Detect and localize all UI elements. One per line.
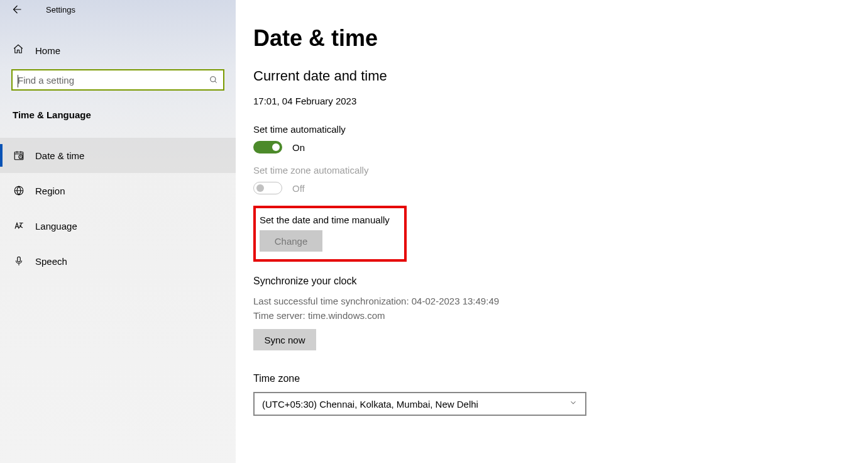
- sidebar-item-label: Region: [35, 186, 65, 196]
- home-nav-item[interactable]: Home: [0, 19, 236, 63]
- home-icon: [13, 43, 24, 57]
- section-current-datetime: Current date and time: [253, 68, 868, 84]
- sidebar-header: Settings: [0, 0, 236, 19]
- home-label: Home: [35, 45, 60, 56]
- sync-last-line: Last successful time synchronization: 04…: [253, 294, 868, 309]
- auto-timezone-toggle: [253, 182, 282, 194]
- auto-time-label: Set time automatically: [253, 124, 868, 135]
- svg-point-0: [211, 77, 216, 82]
- search-icon: [204, 75, 223, 84]
- window-title: Settings: [46, 5, 75, 14]
- manual-set-highlight: Set the date and time manually Change: [253, 206, 407, 262]
- main-content: Date & time Current date and time 17:01,…: [236, 0, 868, 463]
- back-arrow-icon[interactable]: [9, 2, 24, 17]
- current-datetime-value: 17:01, 04 February 2023: [253, 96, 868, 106]
- sidebar-item-label: Language: [35, 221, 77, 232]
- sync-title: Synchronize your clock: [253, 276, 868, 287]
- search-container: [0, 63, 236, 91]
- sidebar: Settings Home Time & Language: [0, 0, 236, 463]
- search-box[interactable]: [11, 69, 224, 91]
- globe-icon: [13, 184, 25, 197]
- sidebar-item-label: Date & time: [35, 150, 84, 161]
- auto-time-toggle[interactable]: [253, 141, 282, 153]
- timezone-title: Time zone: [253, 373, 868, 384]
- auto-time-block: Set time automatically On: [253, 124, 868, 153]
- manual-set-label: Set the date and time manually: [260, 215, 400, 225]
- page-title: Date & time: [253, 25, 868, 52]
- timezone-select[interactable]: (UTC+05:30) Chennai, Kolkata, Mumbai, Ne…: [253, 392, 586, 416]
- calendar-clock-icon: [13, 149, 25, 162]
- sidebar-nav: Date & time Region Language Speech: [0, 138, 236, 279]
- sync-info: Last successful time synchronization: 04…: [253, 294, 868, 323]
- sidebar-item-date-time[interactable]: Date & time: [0, 138, 236, 173]
- auto-timezone-state: Off: [292, 183, 305, 194]
- chevron-down-icon: [569, 398, 578, 410]
- sync-now-button[interactable]: Sync now: [253, 329, 316, 350]
- change-button[interactable]: Change: [260, 230, 322, 252]
- auto-time-state: On: [292, 142, 305, 153]
- auto-timezone-block: Set time zone automatically Off: [253, 165, 868, 194]
- sidebar-item-speech[interactable]: Speech: [0, 243, 236, 279]
- sidebar-item-region[interactable]: Region: [0, 173, 236, 208]
- sync-server-line: Time server: time.windows.com: [253, 309, 868, 323]
- search-input[interactable]: [13, 75, 204, 86]
- language-icon: [13, 220, 25, 232]
- category-label: Time & Language: [0, 91, 236, 120]
- sidebar-item-language[interactable]: Language: [0, 208, 236, 243]
- svg-rect-4: [18, 257, 21, 262]
- timezone-value: (UTC+05:30) Chennai, Kolkata, Mumbai, Ne…: [262, 399, 478, 410]
- text-cursor: [18, 75, 18, 87]
- auto-timezone-label: Set time zone automatically: [253, 165, 868, 176]
- microphone-icon: [13, 255, 25, 267]
- sidebar-item-label: Speech: [35, 256, 67, 267]
